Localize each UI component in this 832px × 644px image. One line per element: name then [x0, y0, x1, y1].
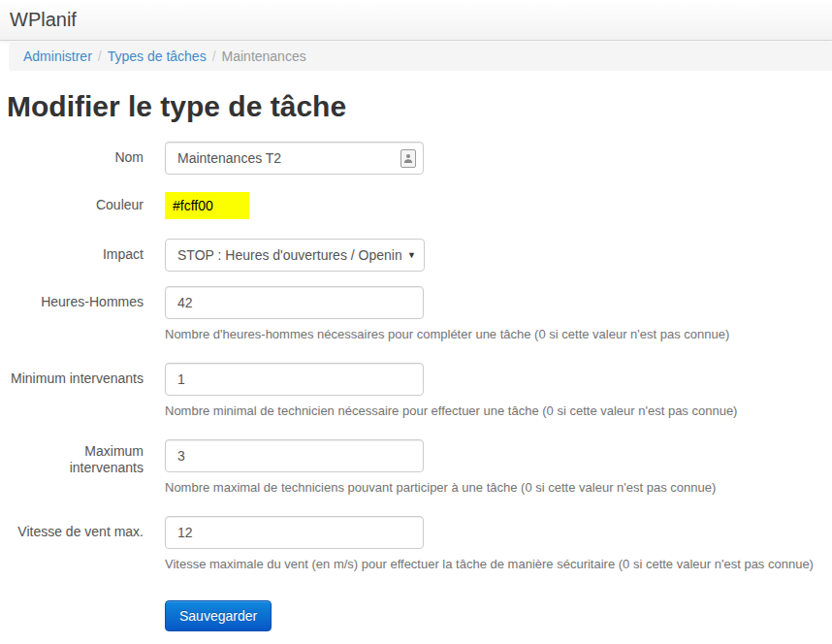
vitesse-vent-label: Vitesse de vent max. [0, 516, 144, 573]
maximum-intervenants-label: Maximum intervenants [0, 439, 144, 497]
app-brand[interactable]: WPlanif [10, 9, 77, 31]
form-actions: Sauvegarder [165, 600, 832, 631]
impact-label: Impact [0, 239, 144, 272]
impact-select[interactable]: STOP : Heures d'ouvertures / Openin ▼ [165, 239, 425, 272]
couleur-input[interactable] [165, 192, 249, 219]
save-button[interactable]: Sauvegarder [165, 600, 272, 631]
chevron-down-icon: ▼ [407, 250, 416, 260]
field-row-nom: Nom [0, 142, 832, 175]
page-title: Modifier le type de tâche [0, 90, 832, 122]
top-navbar: WPlanif [0, 0, 832, 41]
person-glyph [403, 153, 413, 164]
maximum-intervenants-input[interactable] [165, 439, 424, 472]
field-row-impact: Impact STOP : Heures d'ouvertures / Open… [0, 239, 832, 272]
vitesse-vent-input[interactable] [165, 516, 424, 549]
nom-label: Nom [0, 142, 144, 175]
impact-select-value: STOP : Heures d'ouvertures / Openin [177, 247, 401, 263]
field-row-heures-hommes: Heures-Hommes Nombre d'heures-hommes néc… [0, 286, 832, 343]
field-row-minimum-intervenants: Minimum intervenants Nombre minimal de t… [0, 363, 832, 420]
minimum-intervenants-help: Nombre minimal de technicien nécessaire … [165, 402, 832, 420]
task-type-form: Nom Couleur Impact STOP : Heures d'ouver… [0, 142, 832, 631]
breadcrumb-link-types-de-taches[interactable]: Types de tâches [108, 48, 207, 64]
breadcrumb-divider: / [207, 48, 222, 64]
nom-input[interactable] [165, 142, 424, 175]
field-row-vitesse-vent: Vitesse de vent max. Vitesse maximale du… [0, 516, 832, 573]
minimum-intervenants-label: Minimum intervenants [0, 363, 144, 420]
breadcrumb-link-administrer[interactable]: Administrer [23, 48, 92, 64]
heures-hommes-label: Heures-Hommes [0, 286, 144, 343]
field-row-couleur: Couleur [0, 192, 832, 219]
heures-hommes-help: Nombre d'heures-hommes nécessaires pour … [165, 326, 832, 343]
minimum-intervenants-input[interactable] [165, 363, 424, 396]
autofill-icon[interactable] [400, 149, 416, 168]
breadcrumb: Administrer/Types de tâches/Maintenances [9, 43, 832, 71]
couleur-label: Couleur [0, 192, 144, 219]
breadcrumb-divider: / [92, 48, 108, 64]
field-row-maximum-intervenants: Maximum intervenants Nombre maximal de t… [0, 439, 832, 497]
maximum-intervenants-help: Nombre maximal de techniciens pouvant pa… [165, 479, 832, 497]
heures-hommes-input[interactable] [165, 286, 424, 319]
vitesse-vent-help: Vitesse maximale du vent (en m/s) pour e… [165, 556, 832, 573]
breadcrumb-current: Maintenances [222, 48, 306, 64]
